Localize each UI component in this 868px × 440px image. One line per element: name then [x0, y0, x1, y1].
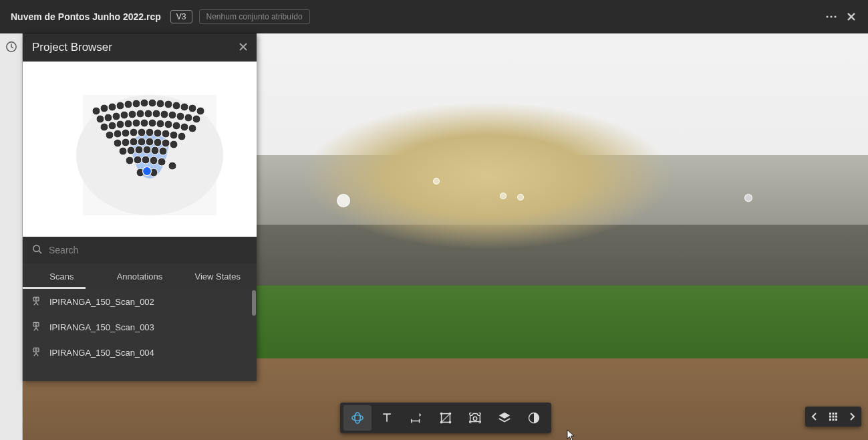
minimap-scan-dot[interactable]: [162, 130, 170, 138]
scan-marker[interactable]: [337, 194, 350, 207]
more-options-button[interactable]: [821, 7, 841, 27]
minimap-scan-dot[interactable]: [170, 131, 178, 139]
minimap-scan-dot[interactable]: [106, 131, 114, 139]
minimap-scan-dot[interactable]: [154, 129, 162, 137]
minimap-scan-dot[interactable]: [120, 111, 128, 119]
minimap-scan-dot[interactable]: [114, 139, 122, 147]
minimap-scan-dot[interactable]: [126, 156, 134, 164]
tab-view-states[interactable]: View States: [178, 265, 257, 288]
scan-marker[interactable]: [433, 178, 440, 185]
minimap-scan-dot[interactable]: [148, 119, 156, 127]
minimap-scan-dot[interactable]: [142, 156, 150, 164]
next-view-button[interactable]: [843, 407, 861, 426]
minimap-scan-dot[interactable]: [196, 107, 204, 115]
scan-marker[interactable]: [500, 193, 507, 199]
scrollbar-thumb[interactable]: [252, 290, 256, 316]
minimap-scan-dot[interactable]: [162, 139, 170, 147]
minimap-scan-dot[interactable]: [159, 147, 167, 155]
minimap-scan-dot[interactable]: [96, 115, 104, 123]
minimap-scan-dot[interactable]: [108, 122, 116, 130]
minimap-scan-dot[interactable]: [168, 111, 176, 119]
minimap-scan-dot[interactable]: [138, 128, 146, 136]
version-badge[interactable]: V3: [170, 10, 192, 23]
minimap-scan-dot[interactable]: [134, 156, 142, 164]
minimap-scan-dot[interactable]: [100, 104, 108, 112]
scan-list-item[interactable]: IPIRANGA_150_Scan_003: [23, 314, 257, 340]
recent-button[interactable]: [3, 39, 19, 55]
scan-list-item[interactable]: IPIRANGA_150_Scan_004: [23, 340, 257, 365]
minimap-scan-dot[interactable]: [148, 99, 156, 107]
minimap-scan-dot[interactable]: [170, 140, 178, 148]
minimap-scan-dot[interactable]: [127, 146, 135, 154]
close-tab-button[interactable]: [841, 7, 861, 27]
minimap-scan-dot[interactable]: [180, 103, 188, 111]
minimap-scan-dot[interactable]: [150, 156, 158, 164]
minimap-scan-dot[interactable]: [178, 132, 186, 140]
tab-scans[interactable]: Scans: [23, 265, 101, 288]
minimap-scan-dot[interactable]: [100, 123, 108, 131]
minimap[interactable]: [23, 62, 257, 237]
minimap-scan-dot[interactable]: [124, 120, 132, 128]
minimap-active-scan-dot[interactable]: [143, 167, 152, 176]
minimap-scan-dot[interactable]: [122, 129, 130, 137]
minimap-scan-dot[interactable]: [124, 100, 132, 108]
minimap-scan-dot[interactable]: [152, 110, 160, 118]
tab-annotations[interactable]: Annotations: [101, 265, 179, 288]
minimap-scan-dot[interactable]: [122, 138, 130, 146]
minimap-scan-dot[interactable]: [143, 146, 151, 154]
minimap-scan-dot[interactable]: [132, 119, 140, 127]
scan-list-item[interactable]: IPIRANGA_150_Scan_002: [23, 289, 257, 314]
minimap-scan-dot[interactable]: [140, 99, 148, 107]
minimap-scan-dot[interactable]: [164, 120, 172, 128]
scan-marker[interactable]: [744, 194, 752, 202]
minimap-scan-dot[interactable]: [130, 128, 138, 136]
minimap-scan-dot[interactable]: [172, 102, 180, 110]
minimap-scan-dot[interactable]: [146, 138, 154, 146]
minimap-scan-dot[interactable]: [160, 110, 168, 118]
minimap-scan-dot[interactable]: [146, 128, 154, 136]
minimap-scan-dot[interactable]: [180, 123, 188, 131]
minimap-scan-dot[interactable]: [176, 112, 184, 120]
minimap-scan-dot[interactable]: [158, 158, 166, 166]
minimap-scan-dot[interactable]: [156, 120, 164, 128]
minimap-scan-dot[interactable]: [119, 147, 127, 155]
orbit-tool[interactable]: [343, 405, 372, 431]
minimap-scan-dot[interactable]: [136, 110, 144, 118]
minimap-scan-dot[interactable]: [108, 103, 116, 111]
minimap-scan-dot[interactable]: [156, 100, 164, 108]
minimap-scan-dot[interactable]: [188, 104, 196, 112]
scan-marker[interactable]: [517, 194, 524, 201]
minimap-scan-dot[interactable]: [104, 114, 112, 122]
exposure-tool[interactable]: [520, 405, 548, 431]
area-tool[interactable]: [432, 405, 460, 431]
minimap-scan-dot[interactable]: [138, 138, 146, 146]
minimap-scan-dot[interactable]: [128, 110, 136, 118]
minimap-scan-dot[interactable]: [112, 112, 120, 120]
layers-tool[interactable]: [490, 405, 519, 431]
minimap-scan-dot[interactable]: [132, 100, 140, 108]
minimap-scan-dot[interactable]: [192, 115, 200, 123]
minimap-scan-dot[interactable]: [116, 120, 124, 128]
minimap-scan-dot[interactable]: [116, 102, 124, 110]
minimap-scan-dot[interactable]: [151, 146, 159, 154]
scan-list[interactable]: IPIRANGA_150_Scan_002IPIRANGA_150_Scan_0…: [23, 289, 257, 381]
text-annotation-tool[interactable]: [373, 405, 401, 431]
view-grid-button[interactable]: [824, 407, 843, 426]
search-input[interactable]: [49, 245, 247, 255]
measure-tool[interactable]: [402, 405, 430, 431]
minimap-scan-dot[interactable]: [188, 124, 196, 132]
minimap-scan-dot[interactable]: [184, 114, 192, 122]
close-icon[interactable]: [239, 41, 247, 53]
set-assignment-badge[interactable]: Nenhum conjunto atribuído: [199, 9, 310, 24]
minimap-scan-dot[interactable]: [164, 100, 172, 108]
minimap-scan-dot[interactable]: [140, 119, 148, 127]
minimap-scan-dot[interactable]: [168, 162, 176, 170]
minimap-scan-dot[interactable]: [172, 122, 180, 130]
prev-view-button[interactable]: [805, 407, 824, 426]
minimap-scan-dot[interactable]: [154, 138, 162, 146]
minimap-scan-dot[interactable]: [92, 107, 100, 115]
snapshot-tool[interactable]: [461, 405, 489, 431]
minimap-scan-dot[interactable]: [144, 110, 152, 118]
minimap-scan-dot[interactable]: [135, 146, 143, 154]
minimap-scan-dot[interactable]: [114, 130, 122, 138]
